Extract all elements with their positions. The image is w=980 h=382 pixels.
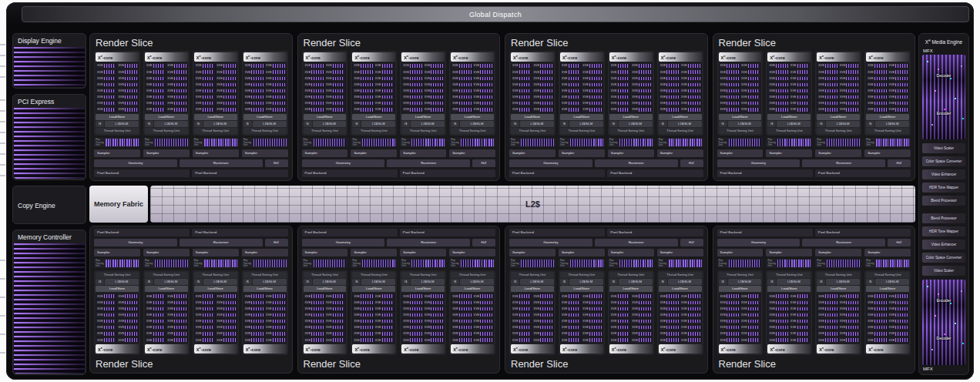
xve-hatch-icon bbox=[361, 102, 373, 105]
xve-label: XVE bbox=[305, 313, 311, 317]
xve-label: XVE bbox=[533, 89, 539, 92]
xve-hatch-icon bbox=[874, 338, 887, 341]
xve-label: XVE bbox=[681, 77, 687, 80]
xve-hatch-icon bbox=[251, 64, 263, 67]
xve-label: XVE bbox=[562, 108, 568, 111]
xve-unit: XVE bbox=[402, 95, 422, 100]
xve-label: XVE bbox=[245, 77, 251, 80]
xve-label: XVE bbox=[196, 83, 202, 86]
xve-hatch-icon bbox=[589, 313, 602, 317]
xve-hatch-icon bbox=[459, 96, 472, 99]
xve-hatch-icon bbox=[273, 332, 285, 335]
ray-tracing-unit-label: Ray Tracing Unit bbox=[449, 138, 461, 147]
sampler-unit: Sampler bbox=[94, 149, 140, 157]
xve-unit: XVE bbox=[96, 293, 116, 299]
xve-label: XVE bbox=[611, 332, 617, 335]
xve-hatch-icon bbox=[410, 313, 422, 317]
xve-hatch-icon bbox=[519, 326, 532, 329]
xve-unit: XVE bbox=[582, 69, 602, 75]
xve-label: XVE bbox=[216, 332, 223, 335]
ray-tracing-unit: Ray Tracing Unit bbox=[608, 138, 654, 147]
xve-unit: XVE bbox=[867, 88, 887, 93]
xve-label: XVE bbox=[245, 301, 251, 304]
xve-unit: XVE bbox=[768, 101, 788, 106]
ray-tracing-unit: Ray Tracing Unit bbox=[717, 259, 764, 268]
xe-core: Xe-coreXVEXVEXVEXVEXVEXVEXVEXVEXVEXVEXVE… bbox=[815, 270, 861, 355]
xve-label: XVE bbox=[326, 89, 332, 92]
xve-unit: XVE bbox=[790, 312, 810, 317]
xve-label: XVE bbox=[741, 83, 747, 86]
load-store-unit: Load/Store bbox=[352, 114, 395, 120]
xve-unit: XVE bbox=[424, 312, 444, 317]
xve-hatch-icon bbox=[666, 83, 679, 86]
xve-label: XVE bbox=[582, 64, 589, 67]
xve-label: XVE bbox=[403, 295, 409, 298]
xe-core-label-suffix: -core bbox=[666, 55, 676, 60]
xve-label: XVE bbox=[326, 339, 332, 342]
xve-unit: XVE bbox=[117, 293, 137, 299]
xve-unit: XVE bbox=[790, 63, 810, 69]
xve-unit: XVE bbox=[146, 306, 166, 311]
xve-unit: XVE bbox=[304, 101, 324, 106]
xve-hatch-icon bbox=[825, 96, 837, 99]
xve-label: XVE bbox=[769, 89, 775, 92]
xve-grid: XVEXVEXVEXVEXVEXVEXVEXVEXVEXVEXVEXVEXVEX… bbox=[243, 62, 287, 113]
xve-unit: XVE bbox=[888, 75, 908, 81]
geometry-unit: Geometry bbox=[302, 159, 385, 167]
xve-hatch-icon bbox=[825, 108, 837, 111]
xve-unit: XVE bbox=[96, 63, 116, 69]
xve-unit: XVE bbox=[888, 331, 908, 337]
xve-hatch-icon bbox=[589, 102, 602, 105]
xve-label: XVE bbox=[375, 313, 381, 317]
xve-unit: XVE bbox=[817, 312, 837, 317]
xve-label: XVE bbox=[196, 320, 202, 323]
xve-unit: XVE bbox=[374, 82, 394, 87]
xve-unit: XVE bbox=[473, 88, 493, 93]
xve-hatch-icon bbox=[361, 108, 373, 111]
xve-hatch-icon bbox=[311, 307, 324, 310]
xve-unit: XVE bbox=[532, 312, 552, 317]
xve-hatch-icon bbox=[797, 320, 810, 323]
xve-label: XVE bbox=[632, 102, 638, 105]
xve-label: XVE bbox=[790, 301, 797, 304]
ray-tracing-unit: Ray Tracing Unit bbox=[815, 138, 861, 147]
xve-unit: XVE bbox=[96, 337, 116, 343]
gpu-die-diagram: { "die": { "global_dispatch": "Global Di… bbox=[0, 0, 980, 382]
xve-hatch-icon bbox=[727, 320, 739, 323]
xve-hatch-icon bbox=[174, 96, 186, 99]
ray-tracing-unit-label: Ray Tracing Unit bbox=[193, 259, 204, 268]
l1-slm-cache: L1$/SLM bbox=[826, 279, 860, 285]
xve-label: XVE bbox=[146, 83, 153, 86]
xve-hatch-icon bbox=[125, 108, 137, 111]
xe-cores-row: Xe-coreXVEXVEXVEXVEXVEXVEXVEXVEXVEXVEXVE… bbox=[509, 51, 703, 136]
xve-unit: XVE bbox=[561, 337, 581, 343]
xve-hatch-icon bbox=[333, 294, 345, 297]
xve-unit: XVE bbox=[768, 75, 788, 81]
sampler-unit: Sampler bbox=[559, 249, 605, 256]
xve-label: XVE bbox=[889, 108, 895, 111]
xve-unit: XVE bbox=[265, 82, 285, 87]
sampler-unit: Sampler bbox=[864, 149, 911, 157]
xve-hatch-icon bbox=[797, 301, 810, 304]
xve-label: XVE bbox=[354, 96, 360, 99]
xve-label: XVE bbox=[818, 332, 824, 335]
xve-label: XVE bbox=[354, 332, 360, 335]
xve-hatch-icon bbox=[410, 320, 422, 323]
xve-label: XVE bbox=[167, 332, 173, 335]
xve-label: XVE bbox=[196, 301, 202, 304]
xve-hatch-icon bbox=[825, 64, 837, 67]
memory-fabric: Memory Fabric L2$ bbox=[89, 186, 915, 223]
instruction-cache: I$ bbox=[96, 279, 104, 285]
xve-label: XVE bbox=[741, 332, 747, 335]
ray-tracing-unit: Ray Tracing Unit bbox=[559, 259, 605, 268]
xe-core: Xe-coreXVEXVEXVEXVEXVEXVEXVEXVEXVEXVEXVE… bbox=[559, 270, 605, 355]
xve-unit: XVE bbox=[96, 69, 116, 75]
xve-unit: XVE bbox=[353, 69, 373, 75]
xve-label: XVE bbox=[375, 339, 381, 342]
xve-unit: XVE bbox=[451, 312, 472, 317]
ray-tracing-unit: Ray Tracing Unit bbox=[193, 259, 239, 268]
xve-unit: XVE bbox=[610, 312, 630, 317]
xve-hatch-icon bbox=[776, 108, 788, 111]
instruction-cache: I$ bbox=[511, 279, 519, 285]
xve-unit: XVE bbox=[817, 63, 837, 69]
